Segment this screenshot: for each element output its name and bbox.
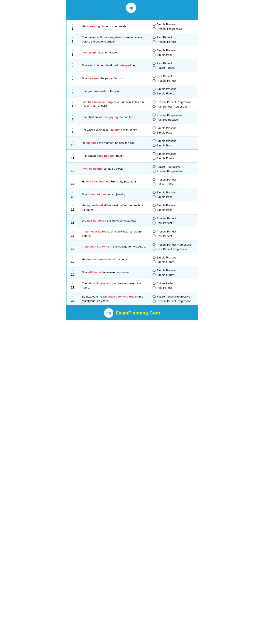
radio-circle[interactable] [153,217,156,220]
option-item[interactable]: Simple Past [153,144,196,147]
radio-circle[interactable] [153,286,156,289]
option-item[interactable]: Future Progressive [153,165,196,168]
option-item[interactable]: Past Perfect [153,286,196,289]
option-item[interactable]: Simple Future [153,157,196,160]
option-item[interactable]: Past Perfect [153,74,196,78]
radio-circle[interactable] [153,79,156,82]
radio-circle[interactable] [153,243,156,246]
radio-circle[interactable] [153,36,156,39]
radio-circle[interactable] [153,152,156,155]
option-item[interactable]: Future Perfect Progressive [153,295,196,298]
radio-circle[interactable] [153,234,156,238]
radio-circle[interactable] [153,92,156,95]
cell-num: ✓10 [66,137,79,150]
radio-circle[interactable] [153,49,156,52]
option-label: Past Perfect Progressive [157,248,188,251]
option-item[interactable]: Past Progressive [153,118,196,121]
radio-circle[interactable] [153,40,156,43]
radio-circle[interactable] [153,208,156,212]
option-label: Past Perfect [157,286,172,289]
sentence-text: the parcel by post. [100,77,124,80]
option-item[interactable]: Future Perfect [153,66,196,69]
option-item[interactable]: Past Perfect [153,62,196,65]
option-item[interactable]: Present Perfect Progressive [153,243,196,246]
option-item[interactable]: Simple Present [153,204,196,207]
radio-circle[interactable] [153,230,156,233]
radio-circle[interactable] [153,105,156,108]
radio-circle[interactable] [153,139,156,142]
radio-circle[interactable] [153,62,156,65]
radio-circle[interactable] [153,126,156,130]
option-item[interactable]: Simple Present [153,191,196,194]
radio-circle[interactable] [153,23,156,26]
option-item[interactable]: Present Progressive [153,114,196,117]
radio-circle[interactable] [153,295,156,298]
option-item[interactable]: Past Perfect Progressive [153,248,196,251]
option-item[interactable]: Present Perfect [153,79,196,82]
radio-circle[interactable] [153,282,156,285]
radio-circle[interactable] [153,88,156,90]
radio-circle[interactable] [153,191,156,194]
radio-circle[interactable] [153,269,156,272]
option-item[interactable]: Present Perfect [153,178,196,181]
radio-circle[interactable] [153,165,156,168]
radio-circle[interactable] [153,178,156,181]
radio-circle[interactable] [153,273,156,276]
option-item[interactable]: Simple Present [153,152,196,156]
radio-circle[interactable] [153,27,156,30]
option-item[interactable]: Simple Present [153,87,196,90]
radio-circle[interactable] [153,195,156,198]
option-item[interactable]: Present Perfect [153,40,196,43]
option-item[interactable]: Simple Future [153,260,196,264]
radio-circle[interactable] [153,75,156,78]
radio-circle[interactable] [153,157,156,160]
option-item[interactable]: Present Perfect Progressive [153,300,196,303]
radio-circle[interactable] [153,260,156,264]
radio-circle[interactable] [153,54,156,56]
radio-circle[interactable] [153,144,156,147]
option-item[interactable]: Present Progressive [153,27,196,30]
cell-num: ✓13 [66,176,79,188]
option-item[interactable]: Past Perfect [153,221,196,224]
option-item[interactable]: Past Perfect Progressive [153,105,196,108]
radio-circle[interactable] [153,118,156,121]
option-item[interactable]: Simple Present [153,256,196,259]
option-item[interactable]: Simple Present [153,49,196,52]
sentence-text: dinner to the guests. [100,25,127,28]
radio-circle[interactable] [153,204,156,207]
option-item[interactable]: Present Perfect [153,217,196,220]
option-item[interactable]: Simple Past [153,53,196,56]
radio-circle[interactable] [153,248,156,250]
option-item[interactable]: Simple Past [153,131,196,134]
option-item[interactable]: Simple Future [153,273,196,276]
cell-sentence: The patient will have regained conscious… [79,33,150,46]
option-item[interactable]: Simple Past [153,195,196,198]
option-item[interactable]: Future Perfect [153,282,196,285]
radio-circle[interactable] [153,170,156,172]
radio-circle[interactable] [153,131,156,134]
radio-circle[interactable] [153,66,156,69]
option-item[interactable]: Simple Past [153,208,196,212]
radio-circle[interactable] [153,256,156,259]
radio-circle[interactable] [153,100,156,104]
option-item[interactable]: Future Perfect [153,182,196,186]
radio-circle[interactable] [153,182,156,186]
radio-circle[interactable] [153,300,156,302]
option-item[interactable]: Present Perfect Progressive [153,100,196,104]
option-item[interactable]: Simple Present [153,269,196,272]
option-item[interactable]: Simple Present [153,126,196,130]
option-item[interactable]: Present Perfect [153,230,196,233]
sentence-text: Tom [82,100,88,104]
option-item[interactable]: Simple Future [153,92,196,95]
checkmark: ✓ [71,62,74,65]
option-item[interactable]: Simple Present [153,139,196,142]
radio-circle[interactable] [153,114,156,116]
table-row: ✓3I will plant roses in my lawn.Simple P… [66,46,198,59]
option-item[interactable]: Past Perfect [153,234,196,238]
checkmark: ✓ [71,256,74,259]
option-item[interactable]: Simple Present [153,23,196,26]
option-item[interactable]: Past Perfect [153,36,196,39]
radio-circle[interactable] [153,222,156,224]
cell-options: Future ProgressivePresent Progressive [150,162,198,175]
option-item[interactable]: Present Progressive [153,170,196,173]
